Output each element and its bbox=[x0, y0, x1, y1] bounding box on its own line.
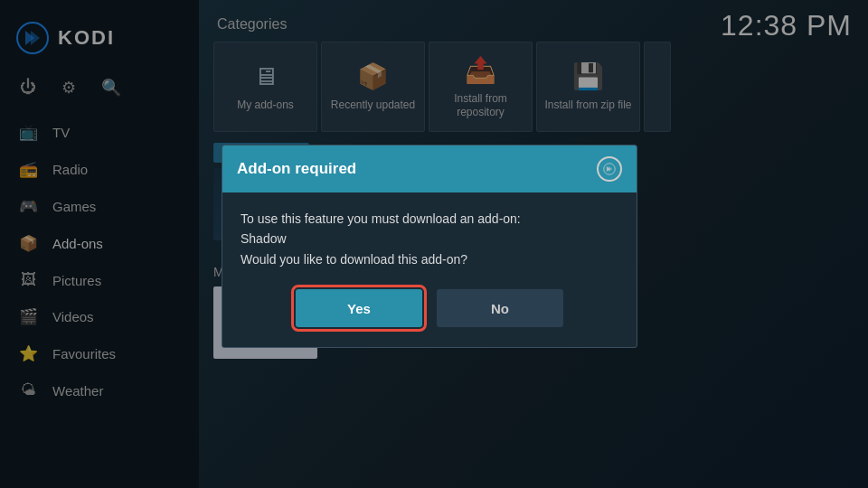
modal-dialog: Add-on required To use this feature you … bbox=[222, 145, 637, 348]
modal-buttons: Yes No bbox=[241, 289, 618, 327]
modal-body: To use this feature you must download an… bbox=[222, 192, 637, 347]
modal-message: To use this feature you must download an… bbox=[241, 209, 618, 269]
svg-marker-5 bbox=[609, 166, 612, 172]
yes-button[interactable]: Yes bbox=[296, 289, 422, 327]
no-button[interactable]: No bbox=[437, 289, 563, 327]
kodi-small-logo-icon bbox=[603, 163, 616, 175]
modal-close-button[interactable] bbox=[597, 156, 622, 182]
modal-header: Add-on required bbox=[222, 145, 637, 192]
modal-title: Add-on required bbox=[237, 160, 356, 178]
modal-overlay: Add-on required To use this feature you … bbox=[0, 0, 868, 488]
